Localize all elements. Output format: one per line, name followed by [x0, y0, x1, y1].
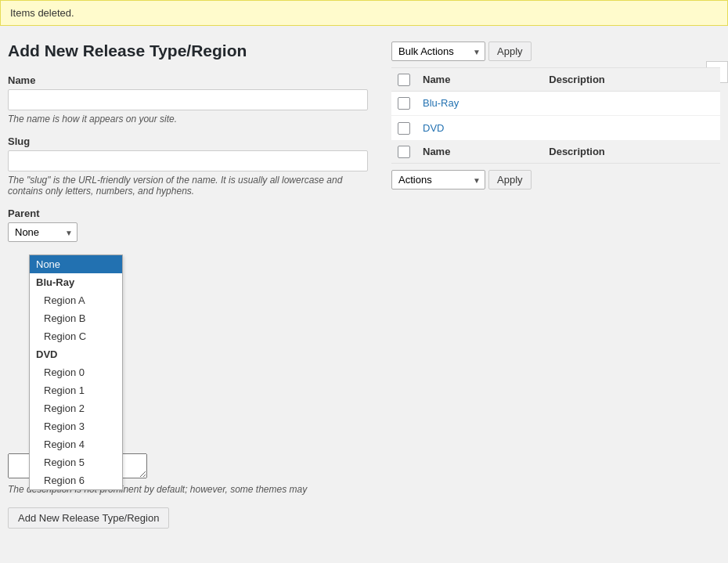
dropdown-item-bluray[interactable]: Blu-Ray: [30, 273, 122, 291]
row-checkbox-col-2: [391, 116, 416, 141]
parent-section: Parent None Blu-Ray Region A Region B Re…: [8, 208, 368, 242]
table-footer-row: Name Description: [391, 140, 720, 164]
dropdown-item-region-6[interactable]: Region 6: [30, 471, 122, 489]
row-checkbox-1[interactable]: [398, 97, 410, 110]
form-title: Add New Release Type/Region: [8, 42, 368, 60]
parent-select-wrapper: None Blu-Ray Region A Region B Region C …: [8, 222, 77, 242]
bulk-select-wrapper-top: Bulk Actions Delete ▼: [391, 42, 485, 61]
bulk-select-bottom[interactable]: Actions Delete: [391, 170, 485, 189]
row-description-2: [542, 116, 720, 141]
footer-checkbox-col: [391, 140, 416, 164]
bulk-select-wrapper-bottom: Actions Delete ▼: [391, 170, 485, 189]
dropdown-item-region-2[interactable]: Region 2: [30, 399, 122, 417]
row-name-link-2[interactable]: DVD: [423, 122, 444, 134]
parent-select[interactable]: None Blu-Ray Region A Region B Region C …: [8, 222, 77, 242]
notice-bar: Items deleted.: [0, 0, 728, 26]
dropdown-item-region-c[interactable]: Region C: [30, 327, 122, 345]
slug-label: Slug: [8, 135, 368, 147]
bulk-select-top[interactable]: Bulk Actions Delete: [391, 42, 485, 61]
name-hint: The name is how it appears on your site.: [8, 114, 368, 125]
bulk-actions-bar-bottom: Actions Delete ▼ Apply: [391, 170, 720, 189]
notice-text: Items deleted.: [10, 7, 74, 19]
dropdown-item-region-4[interactable]: Region 4: [30, 435, 122, 453]
name-field-group: Name The name is how it appears on your …: [8, 74, 368, 125]
left-panel: Add New Release Type/Region Name The nam…: [8, 42, 368, 529]
header-checkbox[interactable]: [398, 74, 410, 86]
slug-input[interactable]: [8, 150, 368, 171]
dropdown-item-none[interactable]: None: [30, 255, 122, 273]
row-name-link-1[interactable]: Blu-Ray: [423, 97, 459, 109]
row-description-1: [542, 91, 720, 116]
footer-checkbox[interactable]: [398, 146, 410, 158]
header-description: Description: [542, 68, 720, 92]
row-checkbox-2[interactable]: [398, 122, 410, 135]
name-input[interactable]: [8, 89, 368, 110]
dropdown-item-dvd[interactable]: DVD: [30, 345, 122, 363]
parent-label: Parent: [8, 208, 368, 219]
dropdown-item-region-3[interactable]: Region 3: [30, 417, 122, 435]
footer-name: Name: [416, 140, 542, 164]
apply-button-bottom[interactable]: Apply: [488, 170, 532, 189]
slug-field-group: Slug The "slug" is the URL-friendly vers…: [8, 135, 368, 197]
footer-description: Description: [542, 140, 720, 164]
table-body: Blu-Ray DVD: [391, 91, 720, 140]
submit-button[interactable]: Add New Release Type/Region: [8, 507, 169, 529]
dropdown-item-region-a[interactable]: Region A: [30, 291, 122, 309]
header-name: Name: [416, 68, 542, 92]
apply-button-top[interactable]: Apply: [488, 42, 532, 61]
name-label: Name: [8, 74, 368, 86]
right-panel: Bulk Actions Delete ▼ Apply Name Descrip…: [391, 42, 720, 529]
dropdown-item-region-b[interactable]: Region B: [30, 309, 122, 327]
table-row: Blu-Ray: [391, 91, 720, 116]
row-name-2: DVD: [416, 116, 542, 141]
slug-hint: The "slug" is the URL-friendly version o…: [8, 175, 368, 197]
dropdown-item-region-0[interactable]: Region 0: [30, 363, 122, 381]
table-header-row: Name Description: [391, 68, 720, 92]
dropdown-item-region-1[interactable]: Region 1: [30, 381, 122, 399]
items-table: Name Description Blu-Ray: [391, 67, 720, 164]
row-checkbox-col-1: [391, 91, 416, 116]
submit-section: Add New Release Type/Region: [8, 503, 368, 529]
bulk-actions-bar-top: Bulk Actions Delete ▼ Apply: [391, 42, 720, 61]
parent-dropdown-menu[interactable]: None Blu-Ray Region A Region B Region C …: [29, 254, 123, 490]
row-name-1: Blu-Ray: [416, 91, 542, 116]
header-checkbox-col: [391, 68, 416, 92]
dropdown-item-region-5[interactable]: Region 5: [30, 453, 122, 471]
table-row: DVD: [391, 116, 720, 141]
